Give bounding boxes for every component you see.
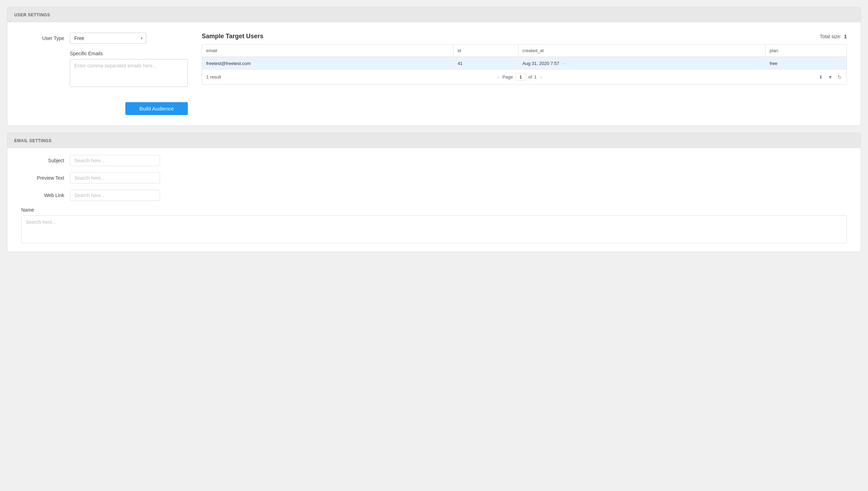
- col-created-at: created_at: [518, 44, 765, 57]
- user-settings-body: User Type Free Paid Trial All ▾ Specific…: [7, 22, 861, 125]
- user-settings-left: User Type Free Paid Trial All ▾ Specific…: [21, 33, 188, 115]
- page-total: 1: [534, 74, 536, 80]
- sample-header: Sample Target Users Total size: 1: [202, 33, 847, 40]
- subject-input[interactable]: [70, 155, 160, 166]
- filter-button[interactable]: ▼: [827, 74, 833, 81]
- page-of-label: of: [528, 74, 532, 80]
- page-input[interactable]: [515, 73, 526, 81]
- user-settings-label: USER SETTINGS: [14, 13, 50, 17]
- refresh-button[interactable]: ↻: [837, 74, 842, 81]
- user-type-row: User Type Free Paid Trial All ▾: [21, 33, 188, 44]
- name-label: Name: [21, 207, 847, 213]
- web-link-label: Web Link: [21, 193, 70, 198]
- web-link-row: Web Link: [21, 190, 847, 201]
- user-type-select-wrapper: Free Paid Trial All ▾: [70, 33, 146, 44]
- user-type-select[interactable]: Free Paid Trial All: [70, 33, 146, 44]
- specific-emails-label: Specific Emails: [70, 51, 188, 56]
- specific-emails-section: Specific Emails: [21, 51, 188, 88]
- user-settings-header: USER SETTINGS: [7, 7, 861, 22]
- download-button[interactable]: ⬇: [818, 74, 824, 81]
- cell-plan: free: [765, 57, 846, 70]
- total-size: Total size: 1: [820, 34, 847, 39]
- subject-label: Subject: [21, 158, 70, 163]
- prev-page-button[interactable]: ‹: [496, 74, 500, 81]
- result-count: 1 result: [206, 74, 221, 80]
- web-link-input[interactable]: [70, 190, 160, 201]
- total-size-value: 1: [844, 34, 847, 39]
- sample-users-table: email id created_at plan freetest@freete…: [202, 44, 847, 70]
- build-audience-container: Build Audience: [21, 102, 188, 115]
- email-settings-label: EMAIL SETTINGS: [14, 138, 51, 143]
- email-settings-section: EMAIL SETTINGS Subject Preview Text Web …: [7, 133, 861, 252]
- cell-id: 41: [453, 57, 518, 70]
- pagination: ‹ Page of 1 ›: [496, 73, 543, 81]
- preview-text-row: Preview Text: [21, 172, 847, 183]
- subject-row: Subject: [21, 155, 847, 166]
- cell-created-at: Aug 31, 2020 7:57 ···: [518, 57, 765, 70]
- build-audience-button[interactable]: Build Audience: [125, 102, 188, 115]
- preview-text-input[interactable]: [70, 172, 160, 183]
- col-plan: plan: [765, 44, 846, 57]
- user-type-label: User Type: [21, 35, 70, 41]
- next-page-button[interactable]: ›: [539, 74, 543, 81]
- user-settings-section: USER SETTINGS User Type Free Paid Trial …: [7, 7, 861, 126]
- name-textarea[interactable]: [21, 215, 847, 243]
- specific-emails-textarea[interactable]: [70, 59, 188, 87]
- name-section: Name: [21, 207, 847, 245]
- cell-email: freetest@freetest.com: [202, 57, 453, 70]
- sample-users-section: Sample Target Users Total size: 1 email …: [202, 33, 847, 115]
- total-size-label: Total size:: [820, 34, 841, 39]
- ellipsis-icon: ···: [562, 60, 566, 66]
- table-header-row: email id created_at plan: [202, 44, 847, 57]
- page-label: Page: [502, 74, 513, 80]
- table-footer-actions: ⬇ ▼ ↻: [818, 74, 842, 81]
- table-footer: 1 result ‹ Page of 1 › ⬇ ▼ ↻: [202, 70, 847, 84]
- email-settings-body: Subject Preview Text Web Link Name: [7, 148, 861, 252]
- preview-text-label: Preview Text: [21, 175, 70, 181]
- table-row: freetest@freetest.com 41 Aug 31, 2020 7:…: [202, 57, 847, 70]
- col-id: id: [453, 44, 518, 57]
- sample-title: Sample Target Users: [202, 33, 264, 40]
- email-settings-header: EMAIL SETTINGS: [7, 133, 861, 148]
- col-email: email: [202, 44, 453, 57]
